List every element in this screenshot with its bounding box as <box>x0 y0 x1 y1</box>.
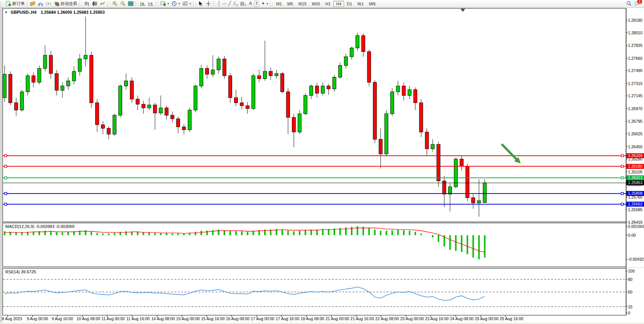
zoom-out-button[interactable] <box>119 0 127 7</box>
candlestick-button[interactable] <box>91 0 99 7</box>
chart-add-icon <box>148 1 154 6</box>
dropdown-caret: ▾ <box>179 2 180 5</box>
arrows-tool-button[interactable]: ✦▾ <box>260 0 269 7</box>
macd-pane[interactable] <box>3 223 626 267</box>
zoom-in-button[interactable] <box>111 0 119 7</box>
arrows-icon: ✦ <box>261 1 265 6</box>
broadcast-button[interactable] <box>45 0 53 7</box>
price-tick-label: 1.27835 <box>628 43 642 48</box>
timeframe-h4[interactable]: H4 <box>333 1 344 7</box>
toolbar-grip[interactable] <box>107 1 110 6</box>
rsi-tick-label: 50 <box>628 290 633 294</box>
hline-price-badge[interactable]: 1.25808 <box>626 191 644 196</box>
zoom-in-icon <box>112 1 118 6</box>
timeframe-h1[interactable]: H1 <box>323 1 333 7</box>
data-window-button[interactable] <box>147 0 155 7</box>
time-tick-label: 21 Aug 00:00 <box>325 316 349 321</box>
time-tick-label: 11 Aug 00:00 <box>102 316 125 321</box>
notification-count-badge: 1 <box>637 0 642 4</box>
candlestick-icon <box>92 1 97 6</box>
hline-icon: ─ <box>223 1 226 6</box>
add-indicator-button[interactable]: ▾ <box>159 0 170 7</box>
time-tick-label: 23 Aug 00:00 <box>400 316 424 321</box>
time-tick-label: 9 Aug 00:00 <box>27 316 48 321</box>
broadcast-icon <box>46 1 51 6</box>
new-order-button[interactable]: 新订单 <box>4 0 26 7</box>
rsi-pane[interactable] <box>3 268 626 315</box>
template-button[interactable]: ▾ <box>181 0 192 7</box>
price-tick-label: 1.27315 <box>628 81 642 86</box>
macd-tick-label: 0.00 <box>628 233 636 237</box>
strategy-tester-button[interactable] <box>139 0 147 7</box>
hline-price-badge[interactable]: 1.25662 <box>626 202 644 207</box>
toolbar-grip[interactable] <box>193 1 196 6</box>
timeframe-mn[interactable]: MN <box>367 1 378 7</box>
time-tick-label: 24 Aug 08:00 <box>450 316 473 321</box>
rsi-tick-label: 100 <box>628 269 635 273</box>
hline-price-badge[interactable]: 1.26180 <box>626 164 644 169</box>
cursor-icon <box>198 1 203 6</box>
line-chart-button[interactable] <box>99 0 107 7</box>
toolbar: 新订单 自动交易 <box>0 0 644 8</box>
new-order-label: 新订单 <box>12 1 25 6</box>
time-tick-label: 25 Aug 00:00 <box>475 316 499 321</box>
toolbar-grip[interactable] <box>270 1 273 6</box>
time-tick-label: 14 Aug 08:00 <box>151 316 175 321</box>
price-tick-label: 1.26450 <box>628 144 642 149</box>
rsi-tick-label: 15 <box>628 305 633 309</box>
timeframe-w1[interactable]: W1 <box>355 1 367 7</box>
vline-tool-button[interactable]: │ <box>217 0 222 7</box>
price-tick-label: 1.26105 <box>628 170 642 174</box>
tile-windows-button[interactable] <box>127 0 135 7</box>
collapse-triangle-icon[interactable]: ▼ <box>5 11 8 14</box>
timeframe-d1[interactable]: D1 <box>344 1 355 7</box>
hline-tool-button[interactable]: ─ <box>222 0 228 7</box>
fibonacci-tool-button[interactable]: ▤ F <box>239 0 248 7</box>
crosshair-button[interactable] <box>204 0 212 7</box>
dropdown-caret: ▾ <box>190 2 191 5</box>
price-tick-label: 1.26970 <box>628 106 642 111</box>
fibo-subscript: F <box>245 3 247 7</box>
time-tick-label: 22 Aug 08:00 <box>375 316 399 321</box>
trendline-tool-button[interactable]: ╱ <box>227 0 232 7</box>
hline-price-badge[interactable]: 1.26326 <box>626 153 644 158</box>
timeframe-m30[interactable]: M30 <box>309 1 322 7</box>
chart-title[interactable]: ▼ GBPUSD-,H4 1.25684 1.26005 1.25683 1.2… <box>5 10 105 14</box>
mail-button[interactable] <box>29 0 37 7</box>
toolbar-grip[interactable] <box>79 1 82 6</box>
timeframe-m5[interactable]: M5 <box>285 1 296 7</box>
dropdown-caret: ▾ <box>266 2 268 5</box>
period-button[interactable]: ▾ <box>170 0 181 7</box>
text-tool-button[interactable]: A <box>248 0 253 7</box>
price-tick-label: 1.28010 <box>628 30 642 35</box>
time-tick-label: 8 Aug 2023 <box>2 316 22 321</box>
price-tick-label: 1.26795 <box>628 119 642 124</box>
toolbar-grip[interactable] <box>135 1 138 6</box>
autotrading-button[interactable]: 自动交易 <box>53 0 78 7</box>
time-tick-label: 23 Aug 16:00 <box>425 316 449 321</box>
time-tick-label: 16 Aug 08:00 <box>226 316 250 321</box>
toolbar-grip[interactable] <box>156 1 158 6</box>
search-icon <box>626 1 632 6</box>
cursor-button[interactable] <box>196 0 204 7</box>
time-tick-label: 10 Aug 08:00 <box>77 316 100 321</box>
line-chart-icon <box>100 1 105 6</box>
label-tool-button[interactable]: T <box>253 0 260 7</box>
bar-chart-button[interactable] <box>83 0 91 7</box>
time-tick-label: 17 Aug 00:00 <box>251 316 274 321</box>
time-tick-label: 17 Aug 16:00 <box>276 316 299 321</box>
toolbar-grip[interactable] <box>213 1 216 6</box>
notifications-button[interactable]: 1 <box>633 0 641 7</box>
hline-price-badge[interactable]: 1.26023 <box>626 175 644 180</box>
toolbar-grip[interactable] <box>1 1 3 6</box>
main-chart-pane[interactable] <box>3 8 626 222</box>
support-button[interactable] <box>37 0 45 7</box>
timeframe-m15[interactable]: M15 <box>296 1 309 7</box>
dropdown-caret: ▾ <box>167 2 169 5</box>
timeframe-m1[interactable]: M1 <box>273 1 284 7</box>
indicator-plus-icon <box>160 1 166 6</box>
search-button[interactable] <box>625 0 633 7</box>
channel-tool-button[interactable]: ⫽ E <box>232 0 239 7</box>
mt4-terminal-window: 新订单 自动交易 <box>0 0 644 324</box>
chart-symbol-period: GBPUSD-,H4 <box>11 10 37 14</box>
